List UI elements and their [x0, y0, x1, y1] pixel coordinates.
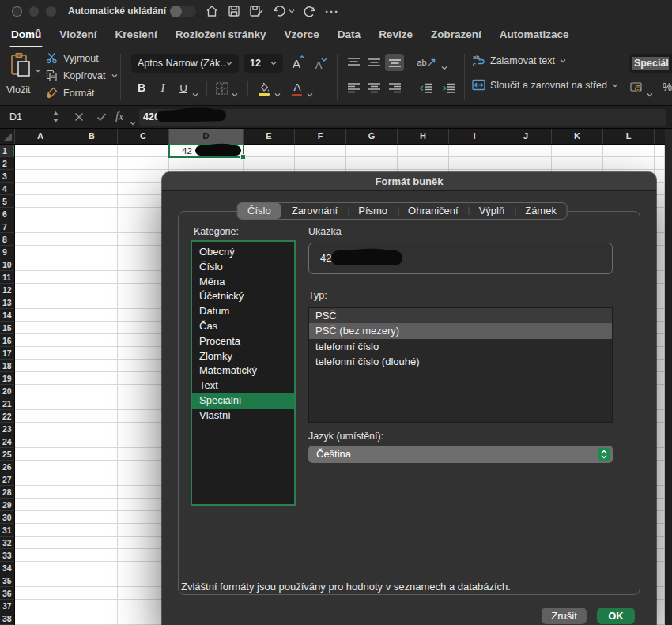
italic-button[interactable]: I [156, 79, 170, 96]
category-item[interactable]: Datum [192, 304, 294, 319]
close-window-button[interactable] [12, 6, 22, 17]
paste-dropdown-icon[interactable] [35, 62, 41, 76]
type-list[interactable]: PSČPSČ (bez mezery)telefonní číslotelefo… [308, 307, 613, 423]
name-box-stepper[interactable] [52, 111, 59, 126]
column-header-a[interactable]: A [15, 129, 66, 144]
cancel-entry-icon[interactable] [74, 106, 84, 128]
align-center-button[interactable] [365, 81, 383, 96]
row-header-13[interactable]: 13 [0, 296, 14, 309]
paste-button[interactable] [6, 51, 35, 82]
redo-icon[interactable] [303, 4, 317, 18]
dialog-tab-číslo[interactable]: Číslo [237, 203, 281, 219]
row-header-10[interactable]: 10 [0, 258, 14, 271]
dialog-tab-zámek[interactable]: Zámek [515, 203, 567, 219]
category-item[interactable]: Číslo [192, 260, 294, 275]
row-header-9[interactable]: 9 [0, 246, 14, 258]
row-header-11[interactable]: 11 [0, 271, 14, 284]
wrap-text-button[interactable]: abc Zalamovat text [472, 54, 566, 67]
row-header-5[interactable]: 5 [0, 195, 14, 208]
type-item[interactable]: PSČ (bez mezery) [309, 323, 612, 338]
column-header-c[interactable]: C [118, 129, 169, 144]
align-right-button[interactable] [386, 81, 403, 96]
fill-color-dropdown-icon[interactable] [274, 86, 281, 100]
column-header-l[interactable]: L [603, 129, 655, 144]
fx-dropdown-icon[interactable] [130, 115, 136, 129]
ribbon-tab-rozložení stránky[interactable]: Rozložení stránky [176, 26, 266, 45]
save-icon[interactable] [227, 4, 241, 18]
percent-button[interactable]: % [661, 79, 672, 95]
row-header-24[interactable]: 24 [0, 435, 14, 448]
ribbon-tab-kreslení[interactable]: Kreslení [115, 26, 157, 45]
column-header-k[interactable]: K [552, 129, 603, 144]
row-header-14[interactable]: 14 [0, 309, 14, 322]
category-item[interactable]: Obecný [192, 245, 294, 260]
zoom-window-button[interactable] [46, 6, 56, 17]
row-header-20[interactable]: 20 [0, 385, 14, 397]
category-item[interactable]: Účetnický [192, 289, 294, 304]
increase-indent-button[interactable] [440, 81, 457, 96]
category-item[interactable]: Vlastní [192, 409, 294, 424]
row-header-36[interactable]: 36 [0, 587, 14, 600]
merge-center-button[interactable]: Sloučit a zarovnat na střed [472, 79, 618, 91]
accounting-format-button[interactable] [629, 81, 644, 95]
row-header-38[interactable]: 38 [0, 612, 14, 625]
font-color-dropdown-icon[interactable] [307, 86, 313, 100]
row-header-29[interactable]: 29 [0, 499, 14, 511]
type-item[interactable]: telefonní číslo (dlouhé) [309, 354, 612, 369]
row-header-32[interactable]: 32 [0, 537, 14, 549]
format-painter-button[interactable]: Formát [46, 87, 95, 99]
undo-icon[interactable] [272, 4, 295, 18]
home-icon[interactable] [205, 4, 219, 18]
column-header-i[interactable]: I [449, 129, 500, 144]
ribbon-tab-vložení[interactable]: Vložení [59, 26, 96, 45]
selected-cell-d1[interactable]: 42 [168, 144, 244, 158]
column-header-d[interactable]: D [169, 129, 244, 144]
orientation-button[interactable]: ab [417, 55, 436, 70]
column-header-f[interactable]: F [295, 129, 346, 144]
minimize-window-button[interactable] [29, 6, 40, 17]
borders-dropdown-icon[interactable] [232, 86, 238, 100]
row-header-35[interactable]: 35 [0, 574, 14, 587]
category-item[interactable]: Matematický [192, 363, 294, 378]
row-header-21[interactable]: 21 [0, 397, 14, 410]
underline-dropdown-icon[interactable] [192, 86, 198, 100]
category-item[interactable]: Speciální [192, 393, 294, 409]
column-header-e[interactable]: E [244, 129, 295, 144]
increase-font-button[interactable]: A [288, 55, 305, 72]
row-header-2[interactable]: 2 [0, 157, 14, 170]
dialog-tab-písmo[interactable]: Písmo [348, 203, 398, 219]
cancel-button[interactable]: Zrušit [542, 608, 587, 624]
row-header-37[interactable]: 37 [0, 600, 14, 612]
column-header-j[interactable]: J [500, 129, 552, 144]
align-left-button[interactable] [345, 81, 362, 96]
borders-button[interactable] [215, 81, 228, 95]
dialog-tab-výplň[interactable]: Výplň [469, 203, 515, 219]
row-header-31[interactable]: 31 [0, 524, 14, 537]
ribbon-tab-automatizace[interactable]: Automatizace [500, 26, 569, 45]
fill-color-button[interactable] [258, 79, 271, 96]
column-header-h[interactable]: H [398, 129, 449, 144]
row-header-8[interactable]: 8 [0, 233, 14, 246]
bold-button[interactable]: B [134, 79, 149, 96]
category-item[interactable]: Zlomky [192, 349, 294, 364]
type-item[interactable]: PSČ [309, 308, 612, 323]
row-header-19[interactable]: 19 [0, 372, 14, 385]
row-header-33[interactable]: 33 [0, 549, 14, 562]
name-box[interactable]: D1 [9, 106, 22, 128]
font-name-combo[interactable]: Aptos Narrow (Zák... [131, 54, 239, 73]
category-item[interactable]: Text [192, 378, 294, 393]
ribbon-tab-vzorce[interactable]: Vzorce [285, 26, 319, 45]
row-header-17[interactable]: 17 [0, 347, 14, 360]
decrease-font-button[interactable]: A [310, 56, 327, 73]
language-dropdown[interactable]: Čeština [308, 446, 613, 463]
more-icon[interactable]: ··· [325, 5, 339, 18]
dialog-tab-ohraničení[interactable]: Ohraničení [398, 203, 469, 219]
ribbon-tab-domů[interactable]: Domů [11, 26, 41, 45]
font-color-button[interactable]: A [291, 77, 304, 96]
row-header-4[interactable]: 4 [0, 183, 14, 195]
dialog-tab-zarovnání[interactable]: Zarovnání [281, 203, 349, 219]
row-header-26[interactable]: 26 [0, 461, 14, 473]
autosave-toggle[interactable] [170, 6, 196, 17]
row-header-28[interactable]: 28 [0, 486, 14, 499]
category-item[interactable]: Měna [192, 275, 294, 290]
